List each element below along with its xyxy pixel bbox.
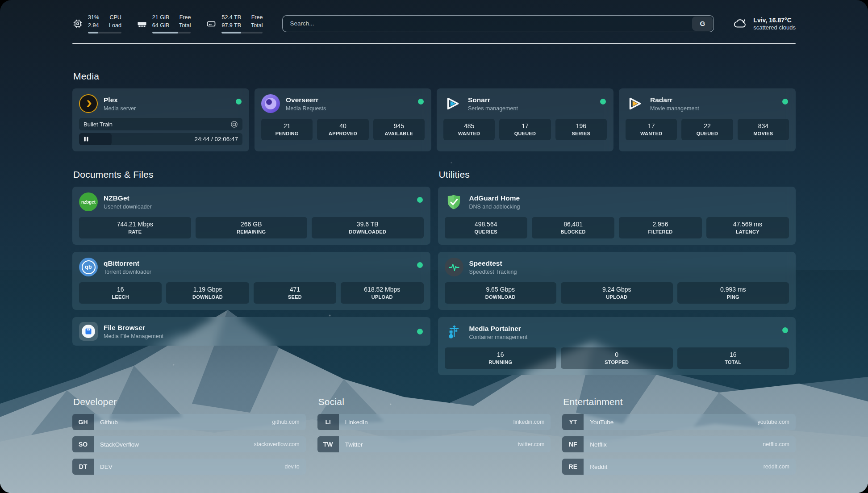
bookmark-netflix[interactable]: NF Netflix netflix.com xyxy=(562,436,796,452)
stat-value: 17 xyxy=(502,122,548,130)
stat-value: 471 xyxy=(256,286,334,293)
cpu-labels: CPU Load xyxy=(109,13,121,29)
section-title-utilities: Utilities xyxy=(439,169,796,180)
status-dot xyxy=(417,329,423,334)
stat-label: SERIES xyxy=(558,131,604,136)
weather-condition: scattered clouds xyxy=(753,24,796,31)
stat-filtered: 2,956 FILTERED xyxy=(619,217,701,238)
bookmark-reddit[interactable]: RE Reddit reddit.com xyxy=(562,459,796,475)
service-card-nzbget[interactable]: nzbget NZBGet Usenet downloader 744.21 M… xyxy=(72,187,430,245)
bookmark-domain: twitter.com xyxy=(518,441,551,447)
disk-icon xyxy=(206,18,217,29)
bookmark-abbr: SO xyxy=(72,436,94,452)
service-card-sonarr[interactable]: Sonarr Series management 485 WANTED 17 Q… xyxy=(437,88,613,151)
stat-stopped: 0 STOPPED xyxy=(561,347,673,369)
stat-value: 498,564 xyxy=(447,221,525,228)
adguard-logo-icon xyxy=(445,192,463,211)
nzbget-logo-icon: nzbget xyxy=(79,192,98,211)
stat-value: 1.19 Gbps xyxy=(169,286,246,293)
bookmark-linkedin[interactable]: LI LinkedIn linkedin.com xyxy=(317,414,551,430)
service-subtitle: Media File Management xyxy=(104,333,163,339)
stat-value: 266 GB xyxy=(198,221,305,228)
stat-download: 1.19 Gbps DOWNLOAD xyxy=(166,282,249,304)
stat-label: PING xyxy=(680,294,787,300)
stat-label: LATENCY xyxy=(709,229,786,234)
stat-value: 40 xyxy=(320,122,366,130)
stat-value: 744.21 Mbps xyxy=(82,221,188,228)
stat-queued: 17 QUEUED xyxy=(499,119,551,140)
stat-upload: 618.52 Mbps UPLOAD xyxy=(341,282,423,304)
service-name: AdGuard Home xyxy=(469,194,520,202)
now-playing-title: Bullet Train xyxy=(83,121,113,128)
stat-downloaded: 39.6 TB DOWNLOADED xyxy=(312,217,424,238)
service-card-qbittorrent[interactable]: qb qBittorrent Torrent downloader 16 xyxy=(72,252,430,310)
bookmark-name: StackOverflow xyxy=(94,441,139,448)
search-provider-button[interactable]: G xyxy=(692,17,713,31)
service-name: Sonarr xyxy=(468,96,518,104)
cloud-icon xyxy=(733,16,748,31)
bookmark-github[interactable]: GH Github github.com xyxy=(72,414,306,430)
stat-remaining: 266 GB REMAINING xyxy=(196,217,308,238)
nzbget-logo-text: nzbget xyxy=(81,200,96,205)
stat-label: UPLOAD xyxy=(343,294,421,300)
service-card-speedtest[interactable]: Speedtest Speedtest Tracking 9.65 Gbps D… xyxy=(438,252,796,310)
stat-value: 945 xyxy=(376,122,422,130)
stat-label: RATE xyxy=(82,229,188,234)
stat-label: WANTED xyxy=(446,131,492,136)
stat-value: 22 xyxy=(684,122,730,130)
bookmark-domain: dev.to xyxy=(285,464,306,470)
stat-label: REMAINING xyxy=(198,229,305,234)
service-card-plex[interactable]: Plex Media server Bullet Train xyxy=(72,88,249,151)
service-name: Media Portainer xyxy=(469,325,528,333)
stat-queued: 22 QUEUED xyxy=(681,119,733,140)
service-name: Overseerr xyxy=(286,96,326,104)
bookmark-twitter[interactable]: TW Twitter twitter.com xyxy=(317,436,551,452)
bookmark-name: DEV xyxy=(94,464,113,470)
service-name: qBittorrent xyxy=(104,259,151,267)
stop-icon[interactable] xyxy=(230,121,238,128)
cpu-progress-bar xyxy=(88,32,121,33)
filebrowser-logo-icon xyxy=(79,322,98,341)
service-name: Plex xyxy=(104,96,136,104)
service-card-filebrowser[interactable]: File Browser Media File Management xyxy=(72,317,430,346)
service-card-overseerr[interactable]: Overseerr Media Requests 21 PENDING 40 A… xyxy=(255,88,431,151)
bookmark-domain: linkedin.com xyxy=(513,419,551,425)
search-bar[interactable]: G xyxy=(282,15,714,32)
stat-approved: 40 APPROVED xyxy=(317,119,368,140)
service-subtitle: Speedtest Tracking xyxy=(469,269,517,275)
stat-running: 16 RUNNING xyxy=(445,347,557,369)
stat-label: RUNNING xyxy=(447,359,554,365)
section-title-entertainment: Entertainment xyxy=(563,397,796,407)
service-name: Speedtest xyxy=(469,259,517,267)
stat-value: 16 xyxy=(680,351,787,358)
bookmark-domain: stackoverflow.com xyxy=(254,441,306,447)
memory-progress-bar xyxy=(152,32,191,33)
stat-label: QUEUED xyxy=(684,131,730,136)
stat-upload: 9.24 Gbps UPLOAD xyxy=(561,282,673,304)
search-input[interactable] xyxy=(283,16,692,32)
service-card-portainer[interactable]: Media Portainer Container management 16 … xyxy=(438,317,796,375)
stat-ping: 0.993 ms PING xyxy=(677,282,789,304)
bookmark-youtube[interactable]: YT YouTube youtube.com xyxy=(562,414,796,430)
stat-label: FILTERED xyxy=(622,229,699,234)
service-name: File Browser xyxy=(104,324,163,332)
stat-value: 618.52 Mbps xyxy=(343,286,421,293)
memory-widget: 21 GiB 64 GiB Free Total xyxy=(137,13,191,33)
section-title-developer: Developer xyxy=(73,397,306,407)
playback-time: 24:44 / 02:06:47 xyxy=(194,136,238,142)
stat-rate: 744.21 Mbps RATE xyxy=(79,217,191,238)
service-subtitle: Movie management xyxy=(650,105,699,112)
bookmark-dev[interactable]: DT DEV dev.to xyxy=(72,459,306,475)
bookmark-name: Reddit xyxy=(584,464,607,470)
service-card-adguard[interactable]: AdGuard Home DNS and adblocking 498,564 … xyxy=(438,187,796,245)
bookmark-stackoverflow[interactable]: SO StackOverflow stackoverflow.com xyxy=(72,436,306,452)
stat-total: 16 TOTAL xyxy=(677,347,789,369)
stat-label: MOVIES xyxy=(740,131,786,136)
pause-icon xyxy=(84,137,88,142)
section-title-media: Media xyxy=(73,71,796,82)
stat-wanted: 17 WANTED xyxy=(626,119,677,140)
service-card-radarr[interactable]: Radarr Movie management 17 WANTED 22 QUE… xyxy=(619,88,796,151)
bookmark-abbr: YT xyxy=(562,414,584,430)
stat-label: LEECH xyxy=(82,294,159,300)
stat-download: 9.65 Gbps DOWNLOAD xyxy=(445,282,557,304)
